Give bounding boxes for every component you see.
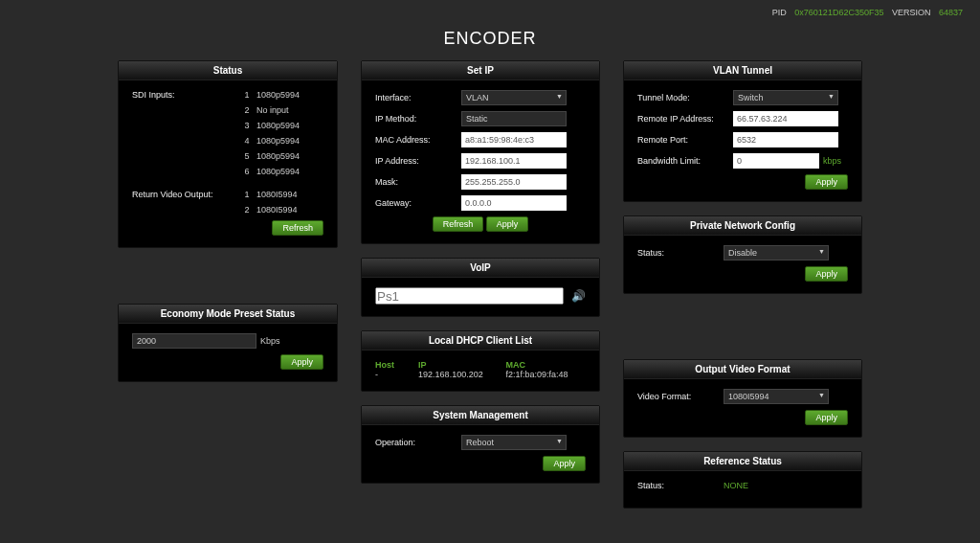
pid-label: PID [772, 8, 787, 17]
version-label: VERSION [892, 8, 931, 17]
ip-method-field[interactable] [461, 111, 567, 126]
private-network-header: Private Network Config [624, 216, 861, 236]
bandwidth-field[interactable] [733, 153, 819, 169]
sdi-inputs-label: SDI Inputs: [132, 90, 237, 100]
output-video-header: Output Video Format [624, 360, 861, 379]
ip-field[interactable] [461, 153, 567, 169]
vlan-panel: VLAN Tunnel Tunnel Mode: Switch Remote I… [623, 60, 862, 202]
setip-panel: Set IP Interface: VLAN IP Method: MAC Ad… [361, 60, 600, 244]
output-apply-button[interactable]: Apply [805, 410, 848, 425]
economy-panel: Economy Mode Preset Status Kbps Apply [118, 304, 338, 382]
voip-input[interactable] [375, 287, 564, 305]
system-apply-button[interactable]: Apply [543, 456, 586, 471]
private-network-panel: Private Network Config Status: Disable A… [623, 215, 862, 294]
economy-apply-button[interactable]: Apply [280, 354, 323, 370]
reference-panel: Reference Status Status: NONE [623, 451, 862, 509]
voip-panel: VoIP 🔊 [361, 258, 600, 317]
speaker-icon[interactable]: 🔊 [571, 289, 586, 303]
economy-unit: Kbps [260, 336, 280, 346]
economy-header: Economy Mode Preset Status [119, 305, 337, 324]
gateway-field[interactable] [461, 195, 567, 211]
pid-value: 0x760121D62C350F35 [794, 8, 883, 17]
topbar: PID 0x760121D62C350F35 VERSION 64837 [767, 8, 963, 17]
dhcp-header: Local DHCP Client List [362, 331, 599, 351]
private-status-select[interactable]: Disable [724, 245, 829, 260]
remote-port-field[interactable] [733, 132, 838, 147]
bandwidth-unit: kbps [823, 156, 841, 166]
economy-input[interactable] [132, 333, 256, 349]
setip-header: Set IP [362, 61, 599, 80]
reference-header: Reference Status [624, 452, 861, 471]
setip-refresh-button[interactable]: Refresh [433, 216, 484, 232]
status-header: Status [119, 61, 337, 80]
setip-apply-button[interactable]: Apply [486, 216, 529, 232]
operation-select[interactable]: Reboot [461, 435, 567, 450]
mask-field[interactable] [461, 174, 567, 190]
vlan-header: VLAN Tunnel [624, 61, 861, 80]
mac-field[interactable] [461, 132, 567, 147]
remote-ip-field[interactable] [733, 111, 838, 126]
dhcp-panel: Local DHCP Client List Host IP MAC - 192… [361, 330, 600, 392]
voip-header: VoIP [362, 259, 599, 278]
private-apply-button[interactable]: Apply [805, 266, 848, 282]
output-video-panel: Output Video Format Video Format: 1080I5… [623, 359, 862, 438]
status-refresh-button[interactable]: Refresh [272, 220, 323, 236]
reference-status-value: NONE [724, 481, 748, 490]
tunnel-mode-select[interactable]: Switch [733, 90, 838, 105]
system-panel: System Management Operation: Reboot Appl… [361, 405, 600, 484]
version-value: 64837 [939, 8, 963, 17]
vlan-apply-button[interactable]: Apply [805, 174, 848, 190]
interface-select[interactable]: VLAN [461, 90, 567, 105]
video-format-select[interactable]: 1080I5994 [724, 389, 829, 404]
return-video-label: Return Video Output: [132, 190, 237, 199]
dhcp-row: - 192.168.100.202 f2:1f:ba:09:fa:48 [375, 370, 586, 379]
system-header: System Management [362, 406, 599, 425]
status-panel: Status SDI Inputs:11080p5994 2No input 3… [118, 60, 338, 248]
